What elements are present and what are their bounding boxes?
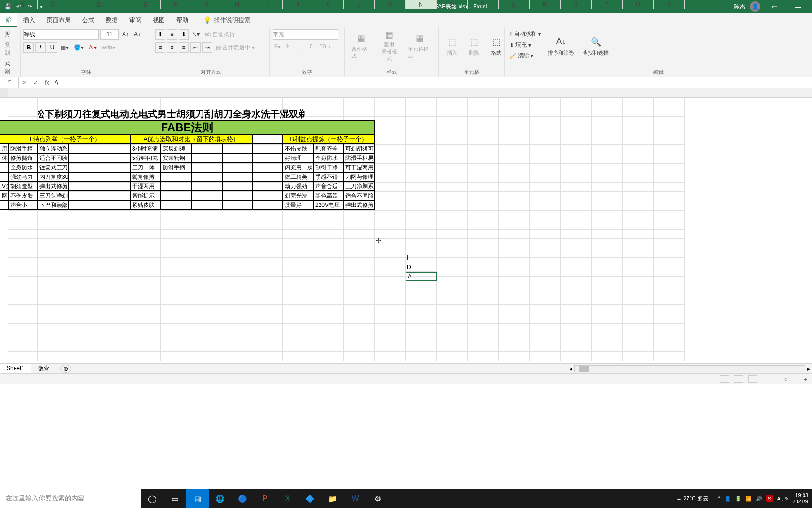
word-icon[interactable]: W — [344, 489, 367, 508]
horizontal-scrollbar[interactable]: ◂ ▸ — [568, 365, 812, 373]
table-cell[interactable]: 网 — [0, 191, 8, 200]
ribbon-options-icon[interactable]: ▭ — [765, 0, 784, 13]
table-cell[interactable] — [161, 172, 191, 182]
currency-icon[interactable]: $▾ — [273, 42, 282, 51]
user-avatar-icon[interactable]: 👤 — [750, 1, 760, 12]
table-cell[interactable]: 好清理 — [283, 153, 313, 163]
table-cell[interactable] — [191, 182, 222, 191]
font-family-select[interactable] — [23, 29, 99, 40]
table-cell[interactable]: V分 — [0, 182, 8, 191]
table-cell[interactable]: 弹出式修剪刀 — [38, 182, 68, 191]
col-header-V[interactable]: V — [654, 0, 685, 9]
col-header-Q[interactable]: Q — [499, 0, 530, 9]
table-cell[interactable] — [252, 182, 283, 191]
table-cell[interactable] — [252, 153, 283, 163]
table-cell[interactable]: 可剃胡须可修理鬓角 — [344, 144, 375, 153]
table-cell[interactable]: 刮得干净 — [313, 163, 344, 172]
table-cell[interactable]: 三刀头净剃系统 — [38, 191, 68, 200]
table-cell[interactable] — [222, 182, 252, 191]
table-cell[interactable]: 内刀角度30° — [38, 172, 68, 182]
floating-cell-D[interactable]: D — [406, 262, 437, 272]
tab-page-layout[interactable]: 页面布局 — [41, 13, 77, 27]
table-cell[interactable]: 修剪鬓角 — [8, 153, 38, 163]
table-cell[interactable] — [68, 200, 130, 210]
table-cell[interactable]: 220V电压 — [313, 200, 344, 210]
table-cell[interactable]: 强劲马力 — [8, 172, 38, 182]
col-header-B[interactable]: B — [8, 0, 38, 9]
app-icon-3[interactable]: 🔵 — [231, 489, 254, 508]
tray-battery-icon[interactable]: 🔋 — [735, 496, 742, 502]
percent-icon[interactable]: % — [284, 42, 293, 51]
col-header-O[interactable]: O — [437, 0, 468, 9]
table-cell[interactable] — [191, 172, 222, 182]
comma-icon[interactable]: , — [294, 42, 299, 51]
sort-filter-button[interactable]: A↓排序和筛选 — [544, 29, 578, 62]
table-cell[interactable]: 鬓角修剪 — [130, 172, 161, 182]
clear-button[interactable]: 🧹 清除 ▾ — [508, 51, 535, 61]
fill-button[interactable]: ⬇ 填充 ▾ — [508, 40, 533, 50]
col-header-I[interactable]: I — [252, 0, 283, 9]
table-cell[interactable]: 做工精美 — [283, 172, 313, 182]
fx-icon[interactable]: fx — [41, 79, 53, 86]
autosum-button[interactable]: Σ 自动求和 ▾ — [508, 29, 543, 39]
app-icon-4[interactable]: 🔷 — [299, 489, 321, 508]
table-cell[interactable] — [0, 172, 8, 182]
table-cell[interactable] — [222, 163, 252, 172]
table-cell[interactable]: 剃完光滑 — [283, 191, 313, 200]
table-cell[interactable] — [191, 191, 222, 200]
table-cell[interactable] — [252, 191, 283, 200]
col-header-C[interactable]: C — [38, 0, 68, 9]
table-cell[interactable]: 声音小 — [8, 200, 38, 210]
table-cell[interactable]: 深层剃须 — [161, 144, 191, 153]
file-explorer-icon[interactable]: 📁 — [321, 489, 344, 508]
decrease-font-icon[interactable]: A↓ — [132, 30, 142, 39]
italic-button[interactable]: I — [35, 42, 46, 53]
wrap-text-button[interactable]: ab 自动换行 — [203, 30, 237, 40]
tab-insert[interactable]: 插入 — [17, 13, 41, 27]
page-break-view-icon[interactable] — [748, 375, 757, 383]
table-cell[interactable]: 防滑手柄 — [161, 163, 191, 172]
table-cell[interactable] — [0, 200, 8, 210]
indent-decrease-icon[interactable]: ⇤ — [190, 42, 201, 53]
table-cell[interactable] — [191, 153, 222, 163]
align-middle-icon[interactable]: ≡ — [167, 29, 177, 40]
number-format-select[interactable] — [273, 29, 338, 40]
ime-mode[interactable]: A , ✎ — [777, 496, 789, 502]
col-header-P[interactable]: P — [468, 0, 499, 9]
table-cell[interactable]: 独立浮动系统 — [38, 144, 68, 153]
table-cell[interactable]: 适合不同脸型 — [38, 153, 68, 163]
table-cell[interactable] — [222, 191, 252, 200]
table-cell[interactable]: 黑色高贵 — [313, 191, 344, 200]
formula-input[interactable] — [53, 77, 812, 88]
table-cell[interactable] — [252, 172, 283, 182]
col-header-N[interactable]: N — [406, 0, 437, 9]
tab-help[interactable]: 帮助 — [171, 13, 194, 27]
table-cell[interactable] — [252, 144, 283, 153]
col-header-M[interactable]: M — [375, 0, 406, 9]
col-header-J[interactable]: J — [283, 0, 313, 9]
app-icon-2[interactable]: 🌐 — [209, 489, 231, 508]
increase-font-icon[interactable]: A↑ — [120, 30, 131, 39]
table-cell[interactable]: 下巴和颈部轻松剔除 — [38, 200, 68, 210]
table-cell[interactable]: 用 — [0, 144, 8, 153]
col-header-H[interactable]: H — [222, 0, 252, 9]
table-cell[interactable] — [222, 200, 252, 210]
format-cells-button[interactable]: ⬚格式 — [486, 29, 507, 62]
table-cell[interactable]: 适合不同脸型应用广泛 — [344, 191, 375, 200]
confirm-entry-icon[interactable]: ✓ — [30, 79, 41, 86]
insert-cells-button[interactable]: ⬚插入 — [442, 29, 462, 62]
fill-color-button[interactable]: 🪣▾ — [72, 43, 86, 52]
tab-view[interactable]: 视图 — [147, 13, 171, 27]
taskbar-clock[interactable]: 19:03 2021/9 — [792, 492, 808, 505]
tray-people-icon[interactable]: 👤 — [725, 496, 731, 502]
table-cell[interactable] — [161, 182, 191, 191]
floating-cell-I[interactable]: I — [406, 253, 437, 262]
table-cell[interactable] — [68, 182, 130, 191]
table-cell[interactable] — [68, 163, 130, 172]
col-header-R[interactable]: R — [530, 0, 561, 9]
user-name[interactable]: 陈杰 — [734, 3, 745, 11]
table-cell[interactable] — [68, 191, 130, 200]
indent-increase-icon[interactable]: ⇥ — [202, 42, 212, 53]
table-cell[interactable] — [191, 144, 222, 153]
table-cell[interactable]: 8小时充满 — [130, 144, 161, 153]
